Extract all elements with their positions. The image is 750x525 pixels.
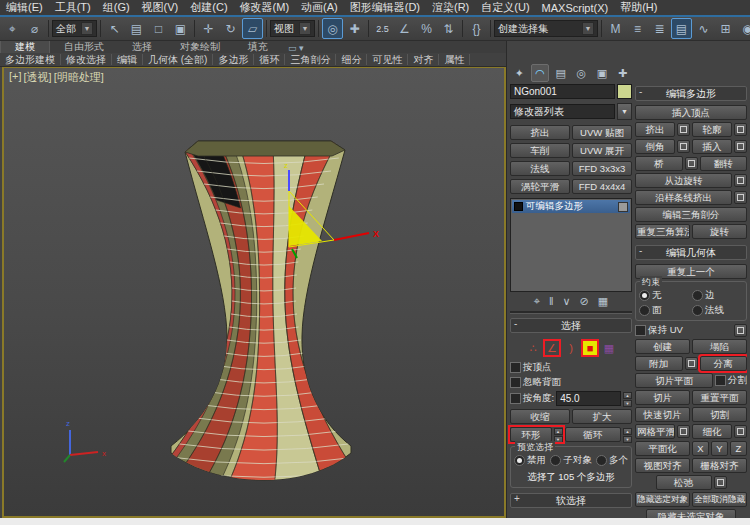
shrink-button[interactable]: 收缩 xyxy=(510,409,570,424)
bevel-button[interactable]: 倒角 xyxy=(635,139,675,154)
viewport-menu-shading[interactable]: [明暗处理] xyxy=(54,70,104,85)
hierarchy-tab[interactable]: ▤ xyxy=(551,64,570,82)
modifier-button-extrude[interactable]: 挤出 xyxy=(510,125,570,140)
constraint-edge-option[interactable]: 边 xyxy=(692,289,743,302)
menu-item-1[interactable]: 工具(T) xyxy=(49,0,97,15)
menu-item-3[interactable]: 视图(V) xyxy=(136,0,185,15)
by-angle-checkbox[interactable] xyxy=(510,393,521,404)
tessellate-settings-icon[interactable] xyxy=(734,425,747,438)
schematic-view-icon[interactable]: ⊞ xyxy=(715,18,736,39)
configure-modifier-sets-icon[interactable]: ▦ xyxy=(598,295,608,308)
ribbon-tab-0[interactable]: 建模 xyxy=(0,40,50,53)
pin-stack-icon[interactable]: ⌖ xyxy=(534,295,540,308)
modifier-button-ffd4[interactable]: FFD 4x4x4 xyxy=(572,179,632,194)
ring-button[interactable]: 环形 xyxy=(510,427,552,442)
mirror-icon[interactable]: M xyxy=(605,18,626,39)
make-unique-icon[interactable]: ∨ xyxy=(563,295,571,308)
viewport-menu-pov[interactable]: [透视] xyxy=(24,70,52,85)
extrude-along-spline-settings-icon[interactable] xyxy=(734,191,747,204)
slice-plane-button[interactable]: 切片平面 xyxy=(635,373,713,388)
modifier-button-turbosmooth[interactable]: 涡轮平滑 xyxy=(510,179,570,194)
viewport-menu-general[interactable]: [+] xyxy=(9,70,22,85)
relax-button[interactable]: 松弛 xyxy=(656,475,712,490)
snap-toggle-icon[interactable]: 2.5 xyxy=(372,18,393,39)
spinner-snap-icon[interactable]: ⇅ xyxy=(438,18,459,39)
edit-named-selection-sets-icon[interactable]: {} xyxy=(466,18,487,39)
ribbon-tab-2[interactable]: 选择 xyxy=(118,41,166,53)
motion-tab[interactable]: ◎ xyxy=(572,64,591,82)
element-mode-icon[interactable]: ▦ xyxy=(604,342,614,354)
align-icon[interactable]: ≡ xyxy=(627,18,648,39)
select-and-rotate-icon[interactable]: ↻ xyxy=(220,18,241,39)
bevel-settings-icon[interactable] xyxy=(677,140,690,153)
percent-snap-icon[interactable]: % xyxy=(416,18,437,39)
relax-settings-icon[interactable] xyxy=(714,476,727,489)
by-vertex-checkbox[interactable] xyxy=(510,362,521,373)
hide-unselected-button[interactable]: 隐藏未选定对象 xyxy=(646,509,736,518)
material-editor-icon[interactable]: ◉ xyxy=(737,18,750,39)
ribbon-tab-4[interactable]: 填充 xyxy=(234,41,282,53)
planar-y-button[interactable]: Y xyxy=(711,441,728,456)
extrude-settings-icon[interactable] xyxy=(677,123,690,136)
utilities-tab[interactable]: ✚ xyxy=(613,64,632,82)
menu-item-5[interactable]: 修改器(M) xyxy=(234,0,296,15)
constraint-normal-radio[interactable] xyxy=(692,305,703,316)
planar-z-button[interactable]: Z xyxy=(730,441,747,456)
unlink-selection-icon[interactable]: ⌀ xyxy=(24,18,45,39)
polygon-mode-icon[interactable]: ■ xyxy=(587,342,594,354)
constraint-none-option[interactable]: 无 xyxy=(639,289,690,302)
use-pivot-center-icon[interactable]: ◎ xyxy=(322,18,343,39)
msmooth-settings-icon[interactable] xyxy=(677,425,690,438)
edit-triangulation-button[interactable]: 编辑三角剖分 xyxy=(635,207,747,222)
inset-button[interactable]: 插入 xyxy=(692,139,732,154)
angle-spinner[interactable]: ▲▼ xyxy=(623,392,632,405)
expand-stack-icon[interactable] xyxy=(514,202,523,211)
ribbon-panel-0[interactable]: 多边形建模 xyxy=(0,54,61,65)
ribbon-panel-7[interactable]: 细分 xyxy=(336,54,367,65)
preview-multiple-radio[interactable] xyxy=(596,455,607,466)
menu-item-2[interactable]: 组(G) xyxy=(97,0,136,15)
ribbon-tab-1[interactable]: 自由形式 xyxy=(50,41,118,53)
named-selection-set-dropdown[interactable]: 创建选择集▼ xyxy=(494,20,598,37)
ribbon-panel-8[interactable]: 可见性 xyxy=(367,54,408,65)
ribbon-panel-4[interactable]: 多边形 xyxy=(213,54,254,65)
curve-editor-icon[interactable]: ∿ xyxy=(693,18,714,39)
bridge-button[interactable]: 桥 xyxy=(635,156,683,171)
stack-entry-editable-poly[interactable]: 可编辑多边形 xyxy=(512,200,630,213)
attach-button[interactable]: 附加 xyxy=(635,356,683,371)
slice-button[interactable]: 切片 xyxy=(635,390,690,405)
insert-vertex-button[interactable]: 插入顶点 xyxy=(635,105,747,120)
preview-disable-option[interactable]: 禁用 xyxy=(514,454,546,467)
msmooth-button[interactable]: 网格平滑 xyxy=(635,424,675,439)
show-end-result-icon[interactable]: ‖ xyxy=(549,295,554,308)
modify-tab[interactable]: ◠ xyxy=(531,64,550,82)
menu-item-0[interactable]: 编辑(E) xyxy=(0,0,49,15)
ribbon-panel-5[interactable]: 循环 xyxy=(254,54,285,65)
preserve-uv-checkbox[interactable] xyxy=(635,325,646,336)
display-tab[interactable]: ▣ xyxy=(593,64,612,82)
ribbon-panel-9[interactable]: 对齐 xyxy=(408,54,439,65)
preview-subobj-radio[interactable] xyxy=(550,455,561,466)
preview-disable-radio[interactable] xyxy=(514,455,525,466)
window-crossing-icon[interactable]: ▣ xyxy=(170,18,191,39)
planar-x-button[interactable]: X xyxy=(692,441,709,456)
modifier-list-dropdown[interactable]: 修改器列表 xyxy=(510,104,615,119)
vertex-mode-icon[interactable]: ∴ xyxy=(530,342,537,354)
attach-settings-icon[interactable] xyxy=(685,357,698,370)
rollout-edit-polygons[interactable]: - 编辑多边形 xyxy=(635,86,747,101)
modifier-stack-list[interactable]: 可编辑多边形 xyxy=(510,198,632,292)
ribbon-panel-2[interactable]: 编辑 xyxy=(112,54,143,65)
loop-button[interactable]: 循环 xyxy=(565,427,622,442)
preview-multiple-option[interactable]: 多个 xyxy=(596,454,628,467)
modifier-button-normal[interactable]: 法线 xyxy=(510,161,570,176)
quickslice-button[interactable]: 快速切片 xyxy=(635,407,690,422)
create-button[interactable]: 创建 xyxy=(635,339,690,354)
make-planar-button[interactable]: 平面化 xyxy=(635,441,690,456)
gizmo-x-axis[interactable] xyxy=(334,233,369,240)
menu-item-6[interactable]: 动画(A) xyxy=(295,0,344,15)
preserve-uv-settings-icon[interactable] xyxy=(734,324,747,337)
modifier-button-lathe[interactable]: 车削 xyxy=(510,143,570,158)
selection-filter-dropdown-arrow-icon[interactable]: ▼ xyxy=(81,22,93,35)
ribbon-panel-10[interactable]: 属性 xyxy=(439,54,470,65)
reference-coordinate-dropdown[interactable]: 视图▼ xyxy=(270,20,315,37)
